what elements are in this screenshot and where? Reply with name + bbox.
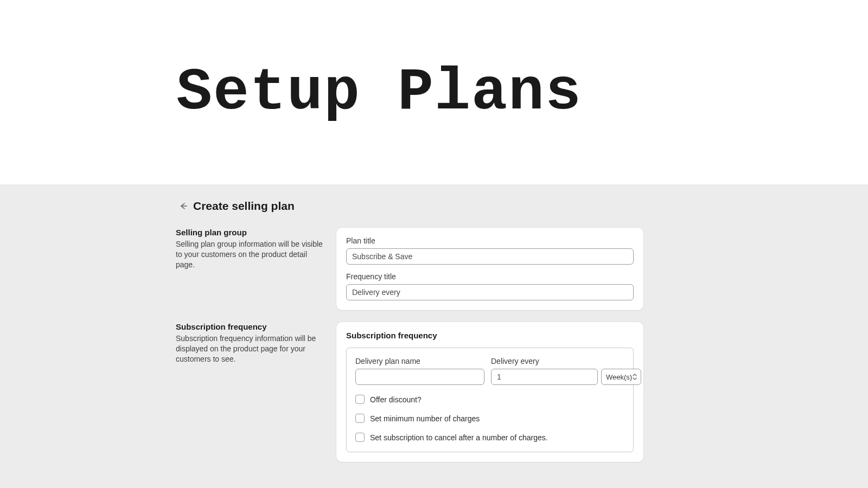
cancel-after-row[interactable]: Set subscription to cancel after a numbe… — [355, 433, 624, 442]
delivery-plan-name-input[interactable] — [355, 369, 484, 385]
frequency-inner-card: Delivery plan name Delivery every Week(s… — [346, 348, 634, 452]
offer-discount-checkbox[interactable] — [355, 395, 365, 404]
section-description: Subscription frequency information will … — [176, 333, 326, 364]
subscription-frequency-card: Subscription frequency Delivery plan nam… — [336, 322, 643, 462]
hero: Setup Plans — [0, 0, 868, 184]
app-area: Create selling plan Selling plan group S… — [0, 184, 868, 488]
delivery-unit-select[interactable]: Week(s) — [601, 369, 641, 385]
card-subtitle: Subscription frequency — [346, 331, 634, 340]
section-title: Selling plan group — [176, 228, 326, 237]
delivery-every-label: Delivery every — [491, 357, 624, 365]
back-arrow-icon[interactable] — [179, 202, 188, 210]
section-selling-plan-group: Selling plan group Selling plan group in… — [176, 228, 868, 310]
offer-discount-row[interactable]: Offer discount? — [355, 395, 624, 404]
page-header: Create selling plan — [179, 200, 868, 213]
offer-discount-label: Offer discount? — [370, 395, 422, 404]
selling-plan-group-card: Plan title Frequency title — [336, 228, 643, 310]
section-subscription-frequency: Subscription frequency Subscription freq… — [176, 322, 868, 462]
section-left: Selling plan group Selling plan group in… — [176, 228, 336, 270]
delivery-unit-label: Week(s) — [606, 373, 632, 381]
cancel-after-label: Set subscription to cancel after a numbe… — [370, 433, 548, 442]
plan-title-label: Plan title — [346, 236, 634, 245]
min-charges-checkbox[interactable] — [355, 414, 365, 423]
delivery-every-input[interactable] — [491, 369, 598, 385]
select-chevron-icon — [632, 373, 637, 381]
delivery-plan-name-label: Delivery plan name — [355, 357, 484, 365]
plan-title-input[interactable] — [346, 248, 634, 265]
frequency-title-label: Frequency title — [346, 272, 634, 281]
page-title: Create selling plan — [193, 200, 295, 213]
min-charges-label: Set minimum number of charges — [370, 414, 480, 423]
hero-title: Setup Plans — [176, 59, 582, 126]
min-charges-row[interactable]: Set minimum number of charges — [355, 414, 624, 423]
section-left: Subscription frequency Subscription freq… — [176, 322, 336, 364]
cancel-after-checkbox[interactable] — [355, 433, 365, 442]
section-description: Selling plan group information will be v… — [176, 239, 326, 270]
section-title: Subscription frequency — [176, 322, 326, 331]
frequency-title-input[interactable] — [346, 284, 634, 300]
